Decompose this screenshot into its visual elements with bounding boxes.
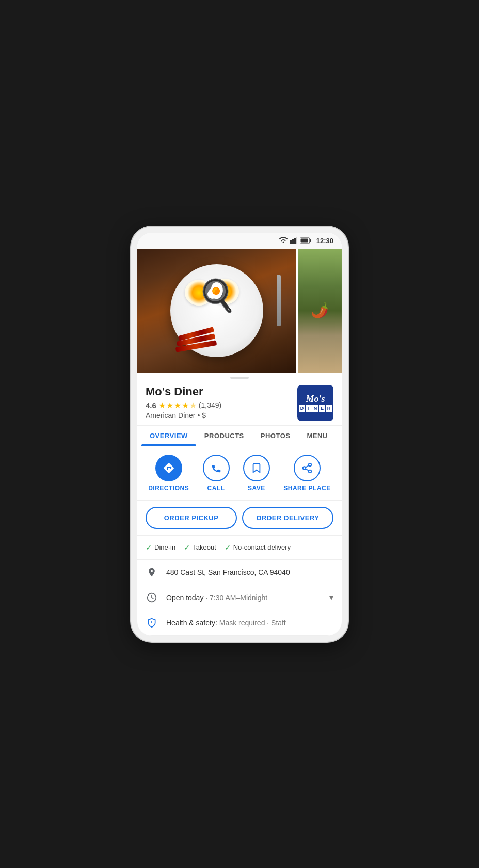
check-takeout: ✓ [184, 543, 190, 552]
svg-line-10 [306, 469, 309, 471]
tab-products[interactable]: PRODUCTS [196, 426, 252, 446]
restaurant-info: Mo's Diner 4.6 ★ ★ ★ ★ ★ (1,349) America… [137, 379, 342, 426]
signal-icon [290, 237, 297, 244]
status-time: 12:30 [316, 237, 333, 245]
logo-e: E [319, 405, 325, 412]
address-row[interactable]: 480 Cast St, San Francisco, CA 94040 [137, 560, 342, 585]
save-icon-bg [243, 455, 270, 481]
svg-rect-2 [294, 238, 296, 244]
amenity-dine-in: ✓ Dine-in [146, 543, 175, 552]
restaurant-logo: Mo's D I N E R [297, 385, 333, 421]
logo-d: D [299, 405, 305, 412]
hero-main-image [137, 249, 296, 373]
egg2 [211, 279, 239, 304]
safety-label: Health & safety: [166, 619, 217, 627]
logo-mos-text: Mo's [306, 394, 325, 404]
share-icon [301, 462, 313, 474]
star-2: ★ [166, 400, 173, 410]
plate [170, 264, 263, 357]
cuisine: American Diner • $ [146, 411, 221, 420]
call-button[interactable]: CALL [203, 455, 230, 492]
restaurant-name: Mo's Diner [146, 385, 221, 398]
star-5-half: ★ [189, 400, 197, 410]
plant-emoji: 🌶️ [311, 302, 329, 319]
svg-line-11 [306, 465, 309, 467]
fork [277, 275, 281, 326]
safety-row[interactable]: Health & safety: Mask required · Staff [137, 610, 342, 636]
svg-rect-6 [300, 239, 308, 243]
svg-point-8 [303, 467, 306, 470]
amenities: ✓ Dine-in ✓ Takeout ✓ No-contact deliver… [137, 536, 342, 560]
logo-diner: D I N E R [299, 405, 332, 412]
check-nocontact: ✓ [225, 543, 231, 552]
svg-point-9 [309, 470, 312, 473]
hours-separator: · [205, 593, 210, 602]
svg-rect-3 [296, 237, 297, 244]
share-icon-bg [294, 455, 321, 481]
directions-icon [163, 462, 175, 474]
review-count: (1,349) [199, 401, 221, 409]
amenity-dine-in-label: Dine-in [154, 543, 175, 551]
battery-icon [300, 237, 311, 244]
wifi-icon [279, 237, 288, 244]
chevron-hours-icon: ▾ [329, 592, 333, 602]
tabs: OVERVIEW PRODUCTS PHOTOS MENU [137, 426, 342, 446]
order-pickup-button[interactable]: ORDER PICKUP [146, 507, 237, 529]
svg-rect-0 [290, 240, 292, 244]
action-buttons: DIRECTIONS CALL SAVE [137, 446, 342, 501]
call-icon-bg [203, 455, 230, 481]
check-dine-in: ✓ [146, 543, 152, 552]
save-label: SAVE [248, 485, 265, 492]
phone-frame: 12:30 [131, 227, 348, 642]
directions-icon-bg [155, 455, 182, 481]
hours-time: 7:30 AM–Midnight [210, 593, 267, 602]
share-button[interactable]: SHARE PLACE [283, 455, 331, 492]
logo-i: I [306, 405, 312, 412]
amenity-takeout: ✓ Takeout [184, 543, 216, 552]
save-button[interactable]: SAVE [243, 455, 270, 492]
amenity-nocontact-label: No-contact delivery [233, 543, 291, 551]
star-3: ★ [174, 400, 181, 410]
address-text: 480 Cast St, San Francisco, CA 94040 [166, 568, 333, 576]
status-bar: 12:30 [137, 233, 342, 249]
logo-r: R [326, 405, 332, 412]
side-bg: 🌶️ [298, 249, 342, 373]
star-1: ★ [158, 400, 166, 410]
safety-icon [146, 618, 158, 628]
status-icons [279, 237, 311, 244]
tab-photos[interactable]: PHOTOS [252, 426, 299, 446]
order-buttons: ORDER PICKUP ORDER DELIVERY [137, 501, 342, 536]
hero-side-image: 🌶️ [298, 249, 342, 373]
egg1 [185, 280, 213, 306]
call-icon [211, 462, 222, 474]
safety-text: Health & safety: Mask required · Staff [166, 619, 333, 627]
svg-point-7 [309, 463, 312, 466]
directions-button[interactable]: DIRECTIONS [148, 455, 189, 492]
restaurant-details: Mo's Diner 4.6 ★ ★ ★ ★ ★ (1,349) America… [146, 385, 221, 420]
amenity-nocontact: ✓ No-contact delivery [225, 543, 291, 552]
svg-rect-5 [310, 239, 311, 242]
hero-images[interactable]: 🌶️ [137, 249, 342, 373]
amenity-takeout-label: Takeout [193, 543, 216, 551]
star-4: ★ [182, 400, 189, 410]
rating-number: 4.6 [146, 401, 156, 410]
directions-label: DIRECTIONS [148, 485, 189, 492]
svg-rect-1 [292, 239, 294, 244]
tab-overview[interactable]: OVERVIEW [141, 426, 196, 446]
hours-text: Open today · 7:30 AM–Midnight [166, 593, 321, 602]
hours-row[interactable]: Open today · 7:30 AM–Midnight ▾ [137, 585, 342, 610]
safety-subtext: Mask required · Staff [219, 619, 286, 627]
stars: ★ ★ ★ ★ ★ [158, 400, 197, 410]
rating-row: 4.6 ★ ★ ★ ★ ★ (1,349) [146, 400, 221, 410]
save-icon [251, 462, 262, 474]
tab-menu[interactable]: MENU [298, 426, 336, 446]
logo-n: N [312, 405, 318, 412]
hours-open-label: Open today [166, 593, 203, 602]
order-delivery-button[interactable]: ORDER DELIVERY [242, 507, 333, 529]
clock-icon [146, 592, 158, 603]
share-label: SHARE PLACE [283, 485, 331, 492]
location-icon [146, 567, 158, 577]
phone-screen: 12:30 [137, 233, 342, 636]
call-label: CALL [207, 485, 225, 492]
